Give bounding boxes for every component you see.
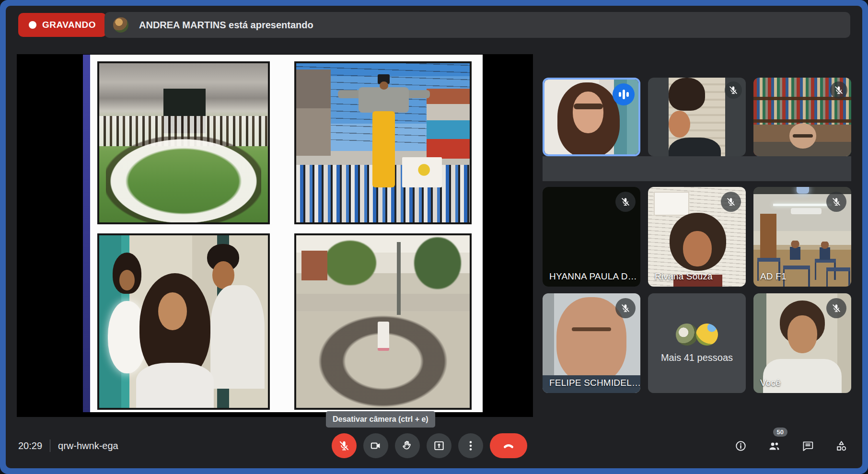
meeting-code: qrw-hwnk-ega — [58, 440, 118, 451]
participant-name: Rivana Souza — [655, 271, 713, 282]
filmstrip-scrim — [543, 156, 851, 181]
participant-name: Você — [760, 378, 781, 388]
overflow-participants-tile[interactable]: Mais 41 pessoas — [648, 293, 746, 393]
participant-tile[interactable]: AD F1 — [753, 187, 851, 287]
activities-icon — [835, 439, 848, 452]
presentation-area — [17, 54, 533, 417]
present-button[interactable] — [427, 433, 451, 458]
mic-muted-icon — [826, 192, 846, 212]
presenter-avatar — [113, 17, 128, 33]
clock: 20:29 — [18, 440, 42, 451]
presenter-banner: ANDREA MARTINS está apresentando — [104, 12, 850, 38]
overflow-label: Mais 41 pessoas — [661, 352, 733, 363]
people-button[interactable]: 50 — [764, 433, 784, 458]
participant-name: FELIPE SCHMIDEL… — [549, 378, 640, 388]
audio-level-icon — [613, 83, 635, 105]
mic-muted-icon — [830, 81, 847, 99]
camera-tooltip: Desativar câmera (ctrl + e) — [326, 411, 435, 428]
mic-muted-icon — [615, 192, 636, 212]
participant-name: HYANNA PAULA D… — [549, 271, 637, 282]
overflow-avatars — [676, 324, 718, 346]
activities-button[interactable] — [832, 433, 851, 458]
participant-tile-you[interactable]: Você — [753, 293, 851, 393]
people-icon — [768, 439, 781, 452]
present-screen-icon — [433, 439, 445, 452]
participant-tile[interactable]: FELIPE SCHMIDEL… — [543, 293, 640, 393]
meeting-details-button[interactable] — [731, 433, 750, 458]
presentation-slide — [83, 55, 483, 412]
mic-button[interactable] — [332, 433, 357, 458]
presenter-text: ANDREA MARTINS está apresentando — [139, 20, 313, 31]
overflow-content: Mais 41 pessoas — [648, 293, 746, 393]
chat-button[interactable] — [798, 433, 817, 458]
divider — [50, 439, 50, 452]
more-options-icon — [464, 439, 477, 452]
participant-tile[interactable]: Rivana Souza — [648, 187, 746, 287]
camera-button[interactable] — [363, 433, 388, 458]
record-dot-icon — [29, 21, 36, 29]
photo-girls-with-cotton-candy — [97, 233, 270, 410]
participant-tile[interactable] — [753, 78, 851, 156]
mic-muted-icon — [725, 81, 742, 99]
slide-left-strip — [83, 55, 90, 412]
mic-muted-icon — [615, 298, 636, 318]
participant-count-badge: 50 — [773, 428, 787, 437]
more-options-button[interactable] — [458, 433, 483, 458]
raise-hand-button[interactable] — [395, 433, 420, 458]
panel-buttons: 50 — [731, 433, 851, 458]
mic-muted-icon — [826, 298, 846, 318]
meet-window: GRAVANDO ANDREA MARTINS está apresentand… — [0, 0, 868, 474]
photo-children-seated-circle-patio — [294, 233, 472, 410]
recording-badge: GRAVANDO — [18, 13, 106, 37]
photo-schoolyard-children-circle — [97, 61, 270, 224]
avatar — [696, 324, 718, 346]
participant-tile-speaker[interactable] — [543, 78, 640, 156]
participant-tile[interactable]: HYANNA PAULA D… — [543, 187, 640, 287]
meeting-meta: 20:29 qrw-hwnk-ega — [18, 432, 118, 459]
camera-icon — [370, 439, 382, 452]
chat-icon — [801, 439, 814, 452]
mic-off-icon — [338, 439, 350, 452]
call-controls — [332, 433, 527, 458]
raise-hand-icon — [401, 439, 414, 452]
mic-muted-icon — [721, 192, 741, 212]
photo-stilt-walker-street-crowd — [294, 61, 472, 224]
avatar — [676, 324, 698, 346]
participant-tile[interactable] — [648, 78, 746, 156]
participant-name: AD F1 — [760, 271, 787, 282]
info-icon — [734, 439, 747, 452]
end-call-button[interactable] — [490, 433, 527, 458]
recording-label: GRAVANDO — [42, 20, 96, 30]
end-call-icon — [502, 439, 515, 452]
